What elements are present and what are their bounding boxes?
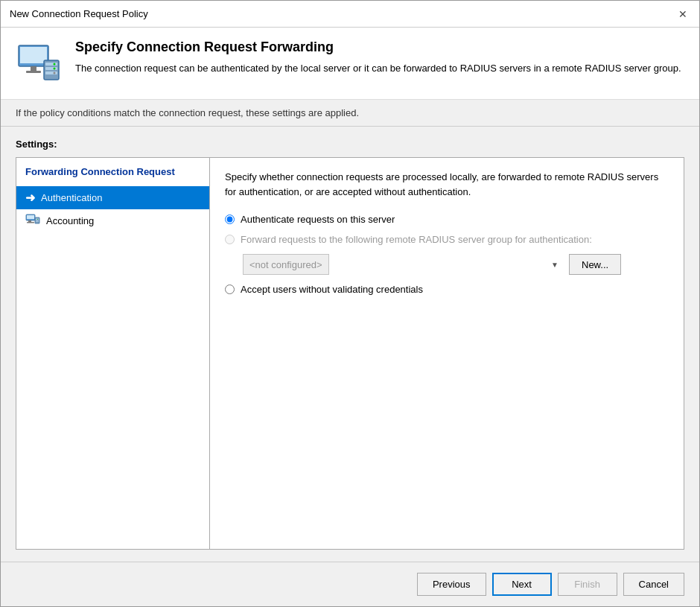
main-window: New Connection Request Policy ✕ <box>0 0 700 607</box>
sidebar-item-authentication-label: Authentication <box>41 192 102 203</box>
svg-point-10 <box>54 72 56 74</box>
svg-rect-6 <box>45 67 57 70</box>
svg-rect-12 <box>27 215 34 219</box>
radio-forward-radius-label: Forward requests to the following remote… <box>241 234 592 245</box>
policy-bar-text: If the policy conditions match the conne… <box>16 107 359 118</box>
radio-option-accept-no-validate: Accept users without validating credenti… <box>225 284 669 295</box>
svg-rect-3 <box>26 71 41 73</box>
radio-option-forward-radius: Forward requests to the following remote… <box>225 234 669 245</box>
sidebar-heading: Forwarding Connection Request <box>16 158 209 186</box>
content-panel: Specify whether connection requests are … <box>210 158 684 549</box>
radio-option-authenticate-local: Authenticate requests on this server <box>225 214 669 225</box>
svg-point-9 <box>54 68 56 70</box>
settings-label: Settings: <box>16 139 684 150</box>
svg-point-18 <box>37 219 38 220</box>
previous-button[interactable]: Previous <box>417 573 486 596</box>
settings-area: Forwarding Connection Request ➜ Authenti… <box>16 157 684 550</box>
svg-rect-7 <box>45 71 57 74</box>
radio-accept-no-validate[interactable] <box>225 285 235 294</box>
radio-group: Authenticate requests on this server For… <box>225 214 669 295</box>
header-text: Specify Connection Request Forwarding Th… <box>75 39 681 76</box>
next-button[interactable]: Next <box>492 573 552 596</box>
arrow-icon: ➜ <box>25 191 35 205</box>
header-title: Specify Connection Request Forwarding <box>75 39 681 55</box>
svg-rect-13 <box>28 220 31 222</box>
sidebar-item-authentication[interactable]: ➜ Authentication <box>16 186 209 209</box>
svg-point-8 <box>54 63 56 66</box>
cancel-button[interactable]: Cancel <box>623 573 684 596</box>
radio-authenticate-local-label[interactable]: Authenticate requests on this server <box>241 214 395 225</box>
new-button[interactable]: New... <box>569 254 621 275</box>
server-icon <box>25 214 40 228</box>
policy-bar: If the policy conditions match the conne… <box>1 100 699 127</box>
radius-group-dropdown[interactable]: <not configured> <box>243 254 329 275</box>
dropdown-wrapper: <not configured> <box>243 254 563 275</box>
window-title: New Connection Request Policy <box>10 8 148 19</box>
header-description: The connection request can be authentica… <box>75 61 681 76</box>
svg-rect-5 <box>45 63 57 66</box>
radio-forward-radius[interactable] <box>225 235 235 244</box>
close-button[interactable]: ✕ <box>675 7 690 22</box>
finish-button[interactable]: Finish <box>558 573 617 596</box>
footer: Previous Next Finish Cancel <box>1 562 699 606</box>
content-description: Specify whether connection requests are … <box>225 170 669 199</box>
sidebar-item-accounting[interactable]: Accounting <box>16 209 209 232</box>
dropdown-row: <not configured> New... <box>243 254 669 275</box>
main-content: Settings: Forwarding Connection Request … <box>1 127 699 562</box>
header-section: Specify Connection Request Forwarding Th… <box>1 28 699 100</box>
svg-rect-17 <box>36 220 39 222</box>
svg-rect-2 <box>31 66 36 71</box>
svg-rect-14 <box>27 222 34 223</box>
sidebar-item-accounting-label: Accounting <box>46 215 94 226</box>
svg-rect-1 <box>20 47 47 63</box>
radio-authenticate-local[interactable] <box>225 214 235 224</box>
radio-accept-no-validate-label[interactable]: Accept users without validating credenti… <box>241 284 423 295</box>
title-bar: New Connection Request Policy ✕ <box>1 1 699 28</box>
sidebar: Forwarding Connection Request ➜ Authenti… <box>16 158 210 549</box>
header-icon <box>16 39 63 87</box>
